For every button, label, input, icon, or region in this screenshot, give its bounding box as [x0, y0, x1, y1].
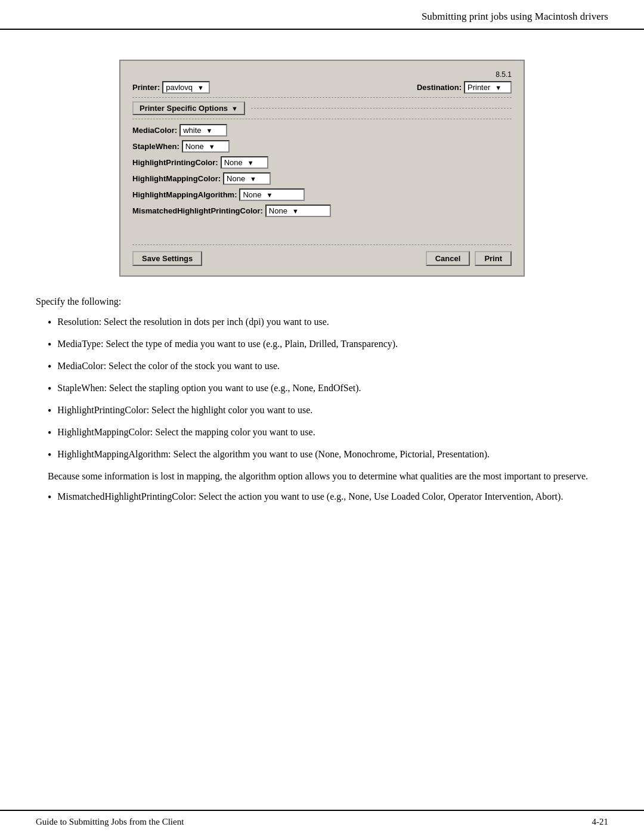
footer-right-text: 4-21	[592, 817, 609, 827]
page-content: 8.5.1 Printer: pavlovq ▼ Destination: Pr…	[0, 30, 644, 506]
highlight-mapping-color-row: HighlightMappingColor: None ▼	[132, 172, 512, 185]
options-row: Printer Specific Options ▼	[132, 97, 512, 119]
highlight-printing-color-select[interactable]: None ▼	[221, 156, 268, 169]
media-color-select[interactable]: white ▼	[179, 124, 227, 137]
list-item: HighlightMappingColor: Select the mappin…	[48, 425, 608, 441]
options-dashed-line	[251, 108, 512, 109]
dialog-fields: MediaColor: white ▼ StapleWhen: None ▼ H…	[132, 124, 512, 217]
highlight-mapping-algorithm-select[interactable]: None ▼	[239, 188, 305, 201]
staple-when-row: StapleWhen: None ▼	[132, 140, 512, 153]
highlight-printing-color-label: HighlightPrintingColor:	[132, 158, 218, 167]
last-bullet-list: MismatchedHighlightPrintingColor: Select…	[48, 490, 608, 506]
print-dialog: 8.5.1 Printer: pavlovq ▼ Destination: Pr…	[119, 60, 525, 277]
body-text: Specify the following: Resolution: Selec…	[36, 295, 608, 506]
options-arrow-icon: ▼	[231, 105, 238, 112]
staple-when-label: StapleWhen:	[132, 142, 179, 151]
intro-paragraph: Specify the following:	[36, 295, 608, 309]
page-header: Submitting print jobs using Macintosh dr…	[0, 0, 644, 30]
destination-arrow-icon: ▼	[495, 84, 501, 91]
dialog-version: 8.5.1	[132, 70, 512, 79]
highlight-mapping-color-select[interactable]: None ▼	[223, 172, 271, 185]
highlight-mapping-algorithm-arrow-icon: ▼	[267, 191, 273, 199]
media-color-label: MediaColor:	[132, 126, 177, 135]
list-item: MediaType: Select the type of media you …	[48, 337, 608, 353]
list-item: StapleWhen: Select the stapling option y…	[48, 381, 608, 397]
list-item: HighlightMappingAlgorithm: Select the al…	[48, 447, 608, 463]
staple-when-arrow-icon: ▼	[209, 143, 215, 150]
destination-label: Destination:	[417, 83, 462, 92]
highlight-mapping-color-label: HighlightMappingColor:	[132, 174, 221, 183]
dialog-footer: Save Settings Cancel Print	[132, 244, 512, 266]
highlight-mapping-algorithm-label: HighlightMappingAlgorithm:	[132, 190, 237, 199]
printer-destination-row: Printer: pavlovq ▼ Destination: Printer …	[132, 81, 512, 94]
print-button[interactable]: Print	[475, 251, 512, 266]
cancel-button[interactable]: Cancel	[426, 251, 470, 266]
highlight-mapping-color-arrow-icon: ▼	[250, 175, 256, 182]
list-item: MismatchedHighlightPrintingColor: Select…	[48, 490, 608, 506]
footer-left-text: Guide to Submitting Jobs from the Client	[36, 817, 184, 827]
destination-select[interactable]: Printer ▼	[464, 81, 512, 94]
list-item: Resolution: Select the resolution in dot…	[48, 315, 608, 331]
mismatched-highlight-printing-color-row: MismatchedHighlightPrintingColor: None ▼	[132, 205, 512, 217]
destination-section: Destination: Printer ▼	[417, 81, 512, 94]
printer-specific-options-button[interactable]: Printer Specific Options ▼	[132, 101, 245, 115]
header-title: Submitting print jobs using Macintosh dr…	[422, 11, 608, 23]
printer-section: Printer: pavlovq ▼	[132, 81, 210, 94]
mismatched-highlight-printing-color-label: MismatchedHighlightPrintingColor:	[132, 206, 263, 215]
staple-when-select[interactable]: None ▼	[182, 140, 230, 153]
mismatched-highlight-printing-color-select[interactable]: None ▼	[265, 205, 331, 217]
printer-select[interactable]: pavlovq ▼	[162, 81, 210, 94]
media-color-row: MediaColor: white ▼	[132, 124, 512, 137]
plain-paragraph: Because some information is lost in mapp…	[48, 469, 608, 484]
printer-arrow-icon: ▼	[197, 84, 204, 91]
save-settings-button[interactable]: Save Settings	[132, 251, 202, 266]
footer-left: Save Settings	[132, 251, 202, 266]
highlight-printing-color-arrow-icon: ▼	[247, 159, 254, 166]
bullet-list: Resolution: Select the resolution in dot…	[48, 315, 608, 463]
printer-label: Printer:	[132, 83, 160, 92]
list-item: MediaColor: Select the color of the stoc…	[48, 359, 608, 375]
highlight-mapping-algorithm-row: HighlightMappingAlgorithm: None ▼	[132, 188, 512, 201]
page-footer: Guide to Submitting Jobs from the Client…	[0, 810, 644, 833]
mismatched-highlight-printing-color-arrow-icon: ▼	[292, 208, 299, 215]
footer-right: Cancel Print	[426, 251, 512, 266]
dialog-spacer	[132, 221, 512, 244]
list-item: HighlightPrintingColor: Select the highl…	[48, 403, 608, 419]
media-color-arrow-icon: ▼	[206, 127, 212, 134]
highlight-printing-color-row: HighlightPrintingColor: None ▼	[132, 156, 512, 169]
